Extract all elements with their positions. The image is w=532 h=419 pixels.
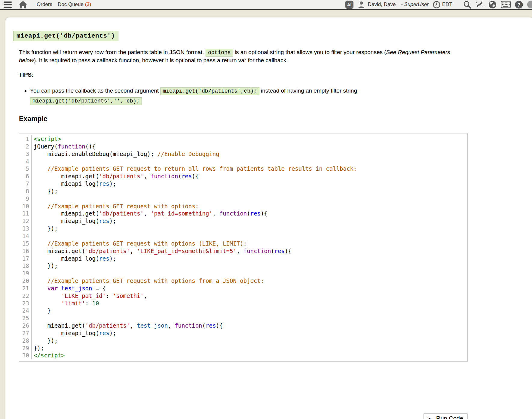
line-number: 8	[19, 188, 29, 195]
line-number: 22	[19, 292, 29, 300]
line-number: 13	[19, 225, 29, 232]
ai-badge[interactable]: AI	[345, 1, 353, 9]
line-number: 7	[19, 180, 29, 188]
run-code-label: Run Code	[436, 415, 463, 419]
line-number: 3	[19, 150, 29, 158]
wand-icon[interactable]	[475, 0, 484, 9]
inline-code: options	[206, 49, 233, 57]
help-icon[interactable]: ?	[515, 1, 523, 9]
line-number: 14	[19, 232, 29, 240]
code-line[interactable]	[34, 195, 467, 203]
page-title-code: mieapi.get('db/patients')	[13, 31, 118, 41]
user-role: - SuperUser	[401, 2, 429, 8]
code-line[interactable]: mieapi_log(res);	[34, 217, 467, 225]
doc-queue-count-badge: (3)	[84, 2, 91, 7]
intro-paragraph: This function will return every row from…	[19, 48, 468, 64]
code-line[interactable]: //Example patients GET request with opti…	[34, 277, 467, 285]
code-line[interactable]: mieapi.get('db/patients', function(res){	[34, 173, 467, 180]
line-number: 17	[19, 255, 29, 262]
line-number: 20	[19, 277, 29, 285]
inline-code: mieapi.get('db/patients',cb);	[160, 87, 259, 95]
line-number: 10	[19, 203, 29, 210]
code-line[interactable]: });	[34, 262, 467, 270]
line-number: 19	[19, 270, 29, 277]
user-icon	[358, 1, 365, 8]
code-line[interactable]: mieapi_log(res);	[34, 329, 467, 337]
code-line[interactable]: 'LIKE_pat_id': 'somethi',	[34, 292, 467, 300]
code-line[interactable]: mieapi.enableDebug(mieapi_log); //Enable…	[34, 150, 467, 158]
code-line[interactable]	[34, 314, 467, 322]
code-line[interactable]: </script>	[34, 352, 467, 359]
code-line[interactable]: }	[34, 307, 467, 314]
code-line[interactable]: mieapi.get('db/patients', test_json, fun…	[34, 322, 467, 329]
example-heading: Example	[19, 115, 532, 123]
partial-icon[interactable]	[527, 1, 532, 8]
nav-doc-queue-label: Doc Queue	[58, 2, 84, 7]
menu-icon[interactable]	[4, 2, 12, 8]
code-line[interactable]: var test_json = {	[34, 285, 467, 292]
tips-heading: TIPS:	[19, 72, 532, 78]
clock-icon[interactable]	[433, 1, 440, 8]
line-number: 9	[19, 195, 29, 203]
line-number: 15	[19, 240, 29, 247]
code-line[interactable]: //Example patients GET request with opti…	[34, 240, 467, 247]
timezone-label: EDT	[442, 2, 452, 8]
line-number: 24	[19, 307, 29, 314]
code-line[interactable]: 'limit': 10	[34, 300, 467, 307]
code-line[interactable]: });	[34, 188, 467, 195]
line-number: 30	[19, 352, 29, 359]
line-number: 23	[19, 300, 29, 307]
code-line[interactable]	[34, 158, 467, 165]
run-code-button[interactable]: >_ Run Code	[423, 413, 468, 419]
tip-item: You can pass the callback as the second …	[30, 86, 458, 106]
line-number: 1	[19, 135, 29, 143]
code-line[interactable]: mieapi_log(res);	[34, 180, 467, 188]
code-gutter: 1234567891011121314151617181920212223242…	[19, 135, 32, 359]
code-editor[interactable]: 1234567891011121314151617181920212223242…	[19, 133, 468, 362]
line-number: 6	[19, 173, 29, 180]
home-icon[interactable]	[19, 1, 27, 8]
code-line[interactable]	[34, 232, 467, 240]
tips-list: You can pass the callback as the second …	[19, 86, 458, 106]
code-line[interactable]: });	[34, 344, 467, 352]
user-name: David, Dave	[368, 2, 396, 8]
line-number: 12	[19, 217, 29, 225]
search-icon[interactable]	[463, 1, 471, 9]
code-line[interactable]: mieapi.get('db/patients', 'LIKE_pat_id=s…	[34, 247, 467, 255]
line-number: 25	[19, 314, 29, 322]
line-number: 16	[19, 247, 29, 255]
globe-icon[interactable]	[488, 1, 497, 9]
line-number: 21	[19, 285, 29, 292]
code-line[interactable]	[34, 270, 467, 277]
emphasized-text: See Request Parameters below	[19, 49, 450, 63]
code-line[interactable]: mieapi_log(res);	[34, 255, 467, 262]
line-number: 5	[19, 165, 29, 173]
code-line[interactable]: <script>	[34, 135, 467, 143]
top-bar: Orders Doc Queue (3) AI David, Dave - Su…	[0, 0, 532, 10]
terminal-prompt-icon: >_	[427, 415, 433, 419]
doc-page: mieapi.get('db/patients') This function …	[5, 17, 532, 419]
line-number: 18	[19, 262, 29, 270]
keyboard-icon[interactable]	[501, 1, 511, 8]
line-number: 26	[19, 322, 29, 329]
code-line[interactable]: //Example patients GET request with opti…	[34, 203, 467, 210]
line-number: 2	[19, 143, 29, 150]
line-number: 11	[19, 210, 29, 217]
line-number: 28	[19, 337, 29, 344]
line-number: 29	[19, 344, 29, 352]
code-line[interactable]: });	[34, 225, 467, 232]
code-line[interactable]: mieapi.get('db/patients', 'pat_id=someth…	[34, 210, 467, 217]
code-line[interactable]: jQuery(function(){	[34, 143, 467, 150]
nav-orders[interactable]: Orders	[37, 2, 52, 8]
line-number: 27	[19, 329, 29, 337]
nav-doc-queue[interactable]: Doc Queue (3)	[58, 2, 91, 8]
code-lines[interactable]: <script>jQuery(function(){ mieapi.enable…	[32, 135, 467, 359]
inline-code: mieapi.get('db/patients','', cb);	[30, 97, 142, 105]
run-code-row: >_ Run Code	[13, 413, 468, 419]
svg-text:?: ?	[517, 2, 520, 8]
line-number: 4	[19, 158, 29, 165]
code-line[interactable]: //Example patients GET request to return…	[34, 165, 467, 173]
code-line[interactable]: });	[34, 337, 467, 344]
